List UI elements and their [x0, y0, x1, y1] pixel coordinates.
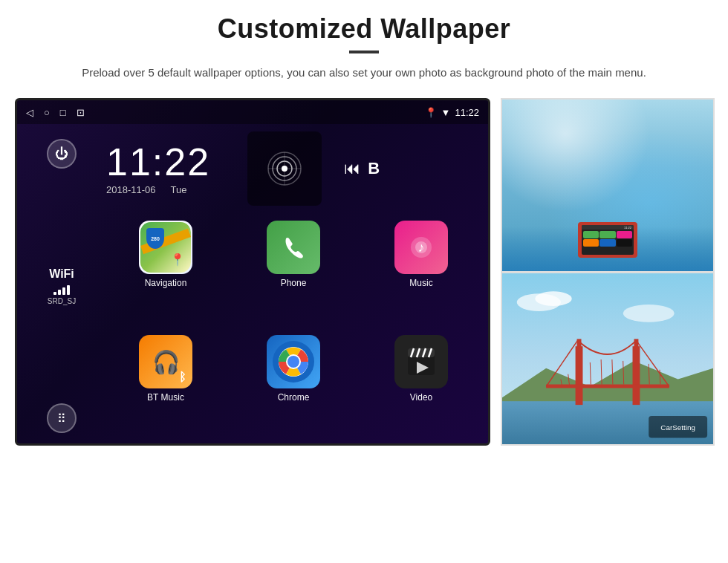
sidebar: ⏻ WiFi SRD_SJ ⠿ [17, 124, 106, 446]
app-item-music[interactable]: ♪ Music [362, 221, 481, 326]
wifi-bar-2 [58, 290, 61, 295]
status-bar: ◁ ○ □ ⊡ 📍 ▼ 11:22 [17, 100, 488, 124]
svg-point-30 [535, 291, 571, 306]
music-svg: ♪ [406, 232, 436, 262]
phone-svg [279, 232, 308, 262]
clock-date: 2018-11-06 Tue [106, 184, 186, 195]
page-title: Customized Wallpaper [218, 13, 511, 45]
wifi-label: WiFi [49, 267, 74, 281]
video-icon [394, 335, 448, 388]
music-label: Music [409, 278, 432, 288]
clock-widget: 11:22 2018-11-06 Tue [106, 143, 210, 195]
back-nav-icon[interactable]: ◁ [26, 107, 33, 118]
video-label: Video [410, 392, 432, 403]
grid-icon: ⠿ [57, 411, 66, 426]
wifi-bar-1 [53, 292, 56, 295]
wifi-bar-4 [67, 285, 70, 295]
chrome-svg [273, 341, 314, 383]
page-description: Preload over 5 default wallpaper options… [82, 64, 646, 82]
clock-area: 11:22 2018-11-06 Tue [106, 131, 481, 206]
app-item-navigation[interactable]: 280 📍 Navigation [106, 221, 225, 326]
page-wrapper: Customized Wallpaper Preload over 5 defa… [0, 0, 728, 563]
device-screen-preview: 11:22 [582, 225, 634, 255]
wifi-network-name: SRD_SJ [48, 297, 76, 305]
phone-icon [267, 221, 320, 274]
clock-time: 11:22 [106, 143, 210, 181]
recents-nav-icon[interactable]: □ [60, 107, 66, 118]
navigation-label: Navigation [145, 278, 187, 288]
power-button[interactable]: ⏻ [47, 139, 77, 169]
svg-point-31 [623, 305, 675, 322]
video-svg [405, 345, 438, 378]
bt-music-label: BT Music [147, 392, 184, 403]
status-time: 11:22 [455, 107, 479, 118]
content-area: ◁ ○ □ ⊡ 📍 ▼ 11:22 ⏻ [15, 98, 713, 446]
next-track-label: B [368, 159, 380, 178]
app-grid: 280 📍 Navigation [106, 221, 481, 440]
navigation-icon: 280 📍 [139, 221, 192, 274]
prev-track-icon[interactable]: ⏮ [344, 159, 360, 178]
media-controls: ⏮ B [344, 159, 380, 178]
nav-shield: 280 [146, 228, 164, 249]
main-area: 11:22 2018-11-06 Tue [106, 124, 488, 446]
status-bar-left: ◁ ○ □ ⊡ [26, 107, 85, 118]
svg-point-25 [620, 126, 678, 162]
android-screen: ◁ ○ □ ⊡ 📍 ▼ 11:22 ⏻ [15, 98, 490, 446]
screen-body: ⏻ WiFi SRD_SJ ⠿ [17, 124, 488, 446]
location-icon: 📍 [425, 107, 437, 118]
apps-button[interactable]: ⠿ [47, 403, 77, 433]
nav-pin-icon: 📍 [170, 253, 185, 267]
wallpaper-panel: 11:22 [501, 98, 715, 446]
wifi-bar-3 [62, 287, 65, 295]
svg-point-24 [531, 128, 619, 187]
app-item-bt-music[interactable]: 🎧 ᛒ BT Music [106, 335, 225, 440]
app-item-video[interactable]: Video [362, 335, 481, 440]
app-item-chrome[interactable]: Chrome [234, 335, 353, 440]
app-item-phone[interactable]: Phone [234, 221, 353, 326]
headphone-icon: 🎧 [152, 349, 180, 375]
wallpaper-ice-cave[interactable]: 11:22 [501, 98, 715, 272]
status-bar-right: 📍 ▼ 11:22 [425, 107, 479, 118]
svg-rect-38 [546, 385, 669, 388]
title-underline [349, 51, 379, 53]
phone-label: Phone [281, 278, 307, 288]
bt-music-icon: 🎧 ᛒ [139, 335, 192, 388]
chrome-label: Chrome [278, 392, 310, 403]
svg-rect-35 [633, 346, 640, 405]
svg-rect-34 [576, 346, 583, 405]
home-nav-icon[interactable]: ○ [44, 107, 50, 118]
clock-day-value: Tue [171, 184, 187, 195]
music-icon: ♪ [394, 221, 448, 274]
chrome-icon [267, 335, 320, 388]
wifi-signal-rings [266, 150, 303, 187]
wifi-info: WiFi SRD_SJ [48, 267, 76, 305]
wifi-status-icon: ▼ [441, 107, 451, 118]
screenshot-icon[interactable]: ⊡ [77, 107, 85, 118]
power-icon: ⏻ [55, 146, 68, 162]
media-widget [247, 131, 322, 206]
clock-date-value: 2018-11-06 [106, 184, 156, 195]
bluetooth-symbol: ᛒ [179, 371, 186, 384]
golden-gate-svg: CarSetting [502, 273, 713, 444]
svg-point-12 [287, 356, 299, 368]
wallpaper-golden-gate[interactable]: CarSetting [501, 272, 715, 446]
svg-text:CarSetting: CarSetting [660, 423, 695, 432]
svg-text:♪: ♪ [418, 240, 425, 255]
wifi-bars [53, 283, 70, 295]
device-preview-ice: 11:22 [578, 222, 637, 258]
signal-icon [266, 150, 303, 187]
